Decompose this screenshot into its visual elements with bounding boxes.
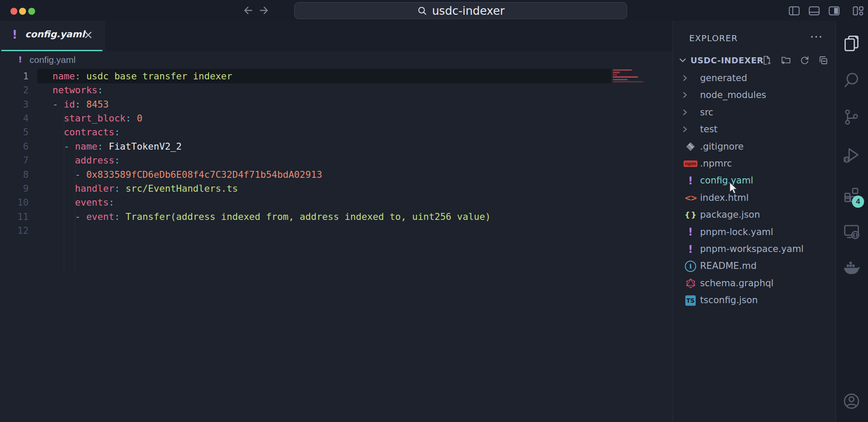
tree-item-tsconfig-json[interactable]: TStsconfig.json xyxy=(673,292,836,309)
tree-item-schema-graphql[interactable]: schema.graphql xyxy=(673,275,836,292)
line-content: name: usdc base transfer indexer xyxy=(53,69,232,83)
traffic-minimize-button[interactable] xyxy=(19,8,26,15)
activity-extensions-icon[interactable]: 4 xyxy=(842,186,861,205)
refresh-icon[interactable] xyxy=(799,55,810,66)
tree-item-readme-md[interactable]: iREADME.md xyxy=(673,258,836,275)
code-area[interactable]: 1name: usdc base transfer indexer2networ… xyxy=(0,69,673,422)
tree-item-label: pnpm-lock.yaml xyxy=(700,227,773,237)
line-number: 2 xyxy=(0,83,29,97)
chevron-right-icon xyxy=(680,108,690,117)
tab-bar: ! config.yaml × ⋯ xyxy=(0,21,673,51)
json-icon: { } xyxy=(685,209,696,221)
tree-item-index-html[interactable]: <>index.html xyxy=(673,190,836,206)
workspace-name: USDC-INDEXER xyxy=(690,56,763,65)
tree-item-label: node_modules xyxy=(700,90,766,100)
line-content: contracts: xyxy=(53,125,120,139)
tab-config-yaml[interactable]: ! config.yaml × xyxy=(0,21,105,51)
tree-item-generated[interactable]: generated xyxy=(673,70,836,87)
code-line-8[interactable]: 8 - 0x833589fCD6eDb6E08f4c7C32D4f71b54bd… xyxy=(0,167,651,182)
line-content: events: xyxy=(53,195,114,209)
tree-item-config-yaml[interactable]: !config.yaml xyxy=(673,172,836,189)
activity-remote-icon[interactable] xyxy=(842,222,861,241)
code-line-10[interactable]: 10 events: xyxy=(0,195,651,209)
breadcrumb-label[interactable]: config.yaml xyxy=(30,55,76,65)
html-icon: <> xyxy=(685,192,696,203)
tree-item-label: test xyxy=(700,124,717,134)
yaml-warning-icon: ! xyxy=(18,54,22,65)
code-line-12[interactable]: 12 xyxy=(0,223,651,238)
minimap-mark xyxy=(613,81,643,82)
tree-item-label: generated xyxy=(700,73,747,83)
code-line-5[interactable]: 5 contracts: xyxy=(0,125,651,139)
code-line-2[interactable]: 2networks: xyxy=(0,83,651,97)
sidebar-right-filled-icon[interactable] xyxy=(827,4,841,18)
activity-account-icon[interactable] xyxy=(842,392,861,411)
activity-debug-icon[interactable] xyxy=(842,145,861,164)
yaml-warning-icon: ! xyxy=(12,28,17,41)
line-content: - name: FiatTokenV2_2 xyxy=(53,139,182,154)
traffic-zoom-button[interactable] xyxy=(28,8,35,15)
activity-explorer-icon[interactable] xyxy=(842,34,861,53)
chevron-right-icon xyxy=(680,90,690,100)
activity-search-icon[interactable] xyxy=(842,71,861,90)
chevron-right-icon xyxy=(680,124,690,134)
split-bottom-icon[interactable] xyxy=(807,4,821,18)
tab-title: config.yaml xyxy=(25,29,85,39)
chevron-right-icon xyxy=(680,73,690,83)
minimap-mark xyxy=(613,79,628,80)
code-line-11[interactable]: 11 - event: Transfer(address indexed fro… xyxy=(0,209,651,224)
breadcrumb[interactable]: ! config.yaml xyxy=(0,51,673,69)
layout-custom-icon[interactable] xyxy=(851,4,865,18)
tree-item-label: package.json xyxy=(700,209,760,220)
forward-icon[interactable] xyxy=(257,3,271,17)
close-icon[interactable]: × xyxy=(83,28,93,41)
line-number: 6 xyxy=(0,139,29,154)
graphql-icon xyxy=(685,278,696,289)
code-line-6[interactable]: 6 - name: FiatTokenV2_2 xyxy=(0,139,651,154)
split-left-icon[interactable] xyxy=(787,4,801,18)
tree-item-pnpm-workspace-yaml[interactable]: !pnpm-workspace.yaml xyxy=(673,241,836,258)
tree-item-src[interactable]: src xyxy=(673,104,836,121)
line-content: address: xyxy=(53,153,120,167)
tree-item-gitignore[interactable]: .gitignore xyxy=(673,138,836,155)
new-folder-icon[interactable] xyxy=(780,55,792,66)
tree-item-label: config.yaml xyxy=(700,175,753,186)
tree-item-label: .npmrc xyxy=(700,158,732,169)
tree-item-test[interactable]: test xyxy=(673,121,836,138)
new-file-icon[interactable] xyxy=(761,55,773,66)
search-icon xyxy=(417,5,428,16)
workspace-section-header[interactable]: USDC-INDEXER xyxy=(673,52,836,69)
code-line-1[interactable]: 1name: usdc base transfer indexer xyxy=(0,69,651,83)
traffic-close-button[interactable] xyxy=(10,8,17,15)
activity-source-control-icon[interactable] xyxy=(842,108,861,127)
code-line-9[interactable]: 9 handler: src/EventHandlers.ts xyxy=(0,181,651,196)
more-actions-icon[interactable]: ⋯ xyxy=(810,29,823,44)
back-icon[interactable] xyxy=(241,3,255,17)
minimap[interactable] xyxy=(613,69,654,85)
code-line-4[interactable]: 4 start_block: 0 xyxy=(0,111,651,125)
extensions-badge: 4 xyxy=(852,196,864,208)
collapse-all-icon[interactable] xyxy=(818,55,829,66)
activity-bar: 4 xyxy=(835,21,868,422)
line-content: start_block: 0 xyxy=(53,111,142,125)
code-line-3[interactable]: 3- id: 8453 xyxy=(0,97,651,111)
tree-item-label: README.md xyxy=(700,261,756,271)
tree-item-npmrc[interactable]: npm.npmrc xyxy=(673,155,836,172)
command-center-search[interactable]: usdc-indexer xyxy=(294,2,627,19)
tree-item-node-modules[interactable]: node_modules xyxy=(673,87,836,104)
tree-item-pnpm-lock-yaml[interactable]: !pnpm-lock.yaml xyxy=(673,224,836,241)
yaml-warning-icon: ! xyxy=(685,175,696,186)
line-number: 10 xyxy=(0,195,29,209)
activity-docker-icon[interactable] xyxy=(842,258,861,277)
info-icon: i xyxy=(685,261,696,272)
tree-item-label: src xyxy=(700,107,713,118)
tree-item-label: .gitignore xyxy=(700,141,744,152)
minimap-mark xyxy=(613,69,632,71)
explorer-title: EXPLORER xyxy=(689,33,738,43)
code-line-7[interactable]: 7 address: xyxy=(0,153,651,167)
line-content: handler: src/EventHandlers.ts xyxy=(53,181,238,196)
tree-item-label: index.html xyxy=(700,193,749,203)
title-bar: usdc-indexer xyxy=(0,0,868,21)
tree-item-package-json[interactable]: { }package.json xyxy=(673,206,836,223)
line-number: 3 xyxy=(0,97,29,111)
